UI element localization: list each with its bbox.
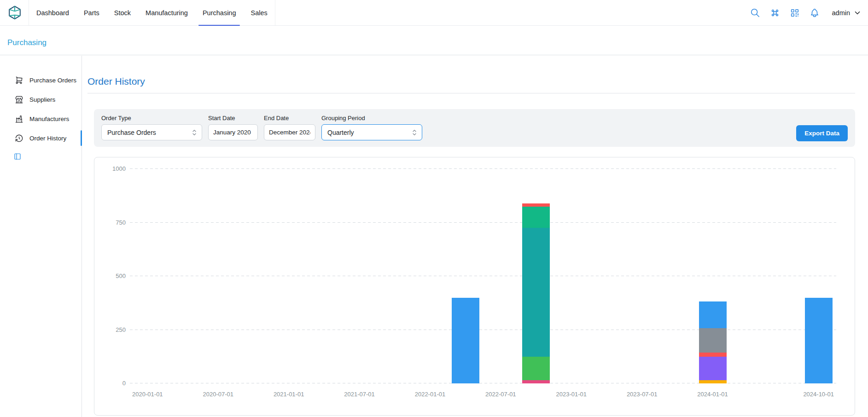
tab-sales[interactable]: Sales xyxy=(243,0,274,25)
bar-segment xyxy=(699,301,727,328)
grouping-period-label: Grouping Period xyxy=(321,115,422,122)
history-icon xyxy=(15,134,23,143)
x-tick-label: 2024-01-01 xyxy=(697,391,728,398)
order-type-select[interactable]: Purchase Orders xyxy=(101,124,202,140)
start-date-label: Start Date xyxy=(208,115,258,122)
grouping-period-value: Quarterly xyxy=(327,129,354,136)
end-date-input[interactable] xyxy=(264,124,315,140)
breadcrumb: Purchasing xyxy=(0,26,868,55)
bar-segment xyxy=(522,357,550,380)
shopping-cart-icon xyxy=(15,76,23,85)
selector-icon xyxy=(410,128,419,137)
bell-icon[interactable] xyxy=(810,8,820,18)
order-type-value: Purchase Orders xyxy=(107,129,156,136)
top-navbar: Dashboard Parts Stock Manufacturing Purc… xyxy=(0,0,868,26)
sidebar-item-label: Suppliers xyxy=(29,96,55,103)
chart-plot xyxy=(130,169,836,383)
sidebar-item-label: Manufacturers xyxy=(29,116,69,122)
bar-segment xyxy=(805,298,833,383)
qr-code-icon[interactable] xyxy=(790,8,800,18)
y-tick-label: 0 xyxy=(94,380,126,387)
gridline xyxy=(130,276,836,276)
title-divider xyxy=(87,93,855,93)
y-tick-label: 500 xyxy=(94,272,126,279)
sidebar-item-suppliers[interactable]: Suppliers xyxy=(0,90,82,109)
factory-icon xyxy=(15,115,23,123)
main-content: Order History Order Type Purchase Orders… xyxy=(82,56,868,417)
bar-segment xyxy=(522,228,550,357)
order-type-label: Order Type xyxy=(101,115,202,122)
y-tick-label: 750 xyxy=(94,219,126,226)
x-tick-label: 2021-07-01 xyxy=(344,391,375,398)
bar-segment xyxy=(522,207,550,228)
tab-stock[interactable]: Stock xyxy=(107,0,138,25)
chevron-down-icon xyxy=(853,9,862,17)
sidebar-item-label: Purchase Orders xyxy=(29,77,76,84)
x-tick-label: 2022-07-01 xyxy=(485,391,516,398)
search-icon[interactable] xyxy=(750,8,760,18)
navbar-actions: admin xyxy=(750,8,862,18)
x-tick-label: 2020-01-01 xyxy=(132,391,163,398)
bar-segment xyxy=(699,380,727,383)
chart-bar xyxy=(805,298,833,383)
tab-dashboard[interactable]: Dashboard xyxy=(29,0,76,25)
chart-y-axis: 02505007501000 xyxy=(94,157,126,415)
page-title: Order History xyxy=(87,76,855,87)
sidebar-item-purchase-orders[interactable]: Purchase Orders xyxy=(0,71,82,89)
command-icon[interactable] xyxy=(770,8,780,18)
x-tick-label: 2022-01-01 xyxy=(415,391,446,398)
end-date-filter: End Date xyxy=(264,115,315,140)
grouping-period-select[interactable]: Quarterly xyxy=(321,124,422,140)
chart-bar xyxy=(699,301,727,383)
bar-segment xyxy=(522,380,550,383)
chart-bar xyxy=(522,203,550,383)
bar-segment xyxy=(699,353,727,356)
start-date-input[interactable] xyxy=(208,124,258,140)
x-tick-label: 2023-07-01 xyxy=(627,391,658,398)
start-date-filter: Start Date xyxy=(208,115,258,140)
tab-manufacturing[interactable]: Manufacturing xyxy=(138,0,195,25)
sidebar-item-label: Order History xyxy=(29,135,66,142)
username: admin xyxy=(832,9,851,17)
x-tick-label: 2024-10-01 xyxy=(803,391,834,398)
gridline xyxy=(130,330,836,330)
tab-parts[interactable]: Parts xyxy=(76,0,107,25)
filter-panel: Order Type Purchase Orders Start Date En… xyxy=(94,109,855,147)
sidebar-item-manufacturers[interactable]: Manufacturers xyxy=(0,110,82,128)
y-tick-label: 1000 xyxy=(94,165,126,172)
gridline xyxy=(130,383,836,383)
building-store-icon xyxy=(15,95,23,104)
chart-x-axis: 2020-01-012020-07-012021-01-012021-07-01… xyxy=(130,391,836,400)
x-tick-label: 2023-01-01 xyxy=(556,391,587,398)
x-tick-label: 2020-07-01 xyxy=(203,391,234,398)
bar-segment xyxy=(522,203,550,207)
chart-bar xyxy=(452,298,479,383)
gridline xyxy=(130,168,836,169)
selector-icon xyxy=(190,128,198,137)
bar-segment xyxy=(699,357,727,380)
user-menu[interactable]: admin xyxy=(832,9,862,17)
tab-purchasing[interactable]: Purchasing xyxy=(195,0,244,25)
sidebar-collapse-icon[interactable] xyxy=(14,153,21,160)
order-type-filter: Order Type Purchase Orders xyxy=(101,115,202,140)
main-nav-tabs: Dashboard Parts Stock Manufacturing Purc… xyxy=(29,0,275,25)
grouping-period-filter: Grouping Period Quarterly xyxy=(321,115,422,140)
end-date-label: End Date xyxy=(264,115,315,122)
inventree-logo[interactable] xyxy=(7,5,22,21)
bar-segment xyxy=(699,328,727,353)
chart-panel: 02505007501000 2020-01-012020-07-012021-… xyxy=(94,157,855,416)
gridline xyxy=(130,222,836,223)
sidebar-item-order-history[interactable]: Order History xyxy=(0,129,82,147)
bar-segment xyxy=(452,298,479,383)
x-tick-label: 2021-01-01 xyxy=(274,391,304,398)
export-data-button[interactable]: Export Data xyxy=(796,125,848,141)
sidebar: Purchase Orders Suppliers Manufacturers xyxy=(0,56,82,417)
breadcrumb-purchasing[interactable]: Purchasing xyxy=(7,38,47,47)
y-tick-label: 250 xyxy=(94,326,126,333)
